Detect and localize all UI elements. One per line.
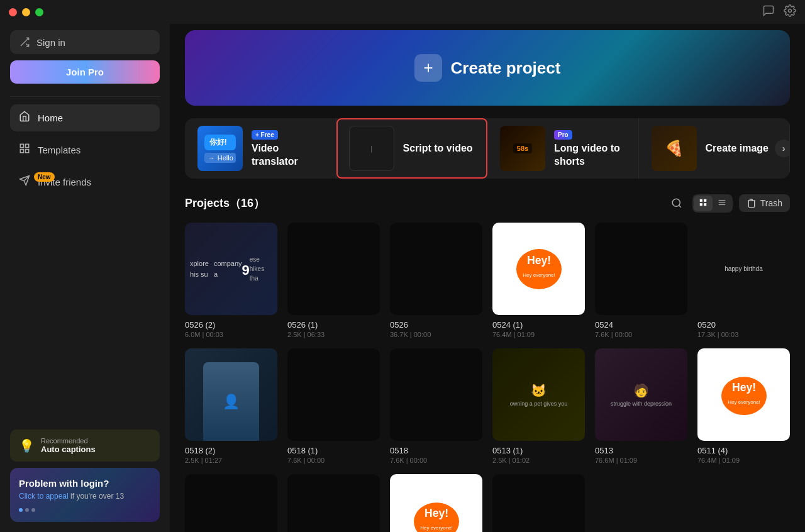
svg-rect-16 [704, 203, 706, 206]
sidebar-item-templates[interactable]: Templates [10, 136, 160, 163]
project-card-0526-2[interactable]: xplore his su company a 9 ese hikes tha … [185, 223, 277, 338]
problem-card[interactable]: Problem with login? Click to appeal if y… [10, 468, 160, 522]
new-badge: New [34, 172, 55, 182]
pro-badge: Pro [554, 130, 572, 140]
settings-icon[interactable] [784, 4, 796, 20]
project-name: 0518 (2) [185, 446, 277, 455]
project-card-r3-1[interactable] [185, 474, 277, 532]
auto-captions-label: Auto captions [41, 445, 96, 454]
video-translator-name: Video translator [252, 142, 323, 169]
project-name: 0513 [595, 446, 687, 455]
svg-rect-13 [699, 199, 702, 201]
project-card-0524-1[interactable]: Hey! Hey everyone! 0524 (1) 76.4M | 01:0… [492, 223, 585, 338]
chat-icon[interactable] [762, 4, 775, 20]
project-meta: 2.5K | 01:27 [185, 457, 277, 464]
bulb-icon: 💡 [19, 438, 35, 453]
svg-text:Hey!: Hey! [526, 254, 550, 267]
video-translator-info: + Free Video translator [252, 128, 323, 169]
sidebar-divider [10, 96, 160, 97]
project-card-0520[interactable]: happy birthda 0520 17.3K | 00:03 [697, 223, 790, 338]
svg-text:Hey everyone!: Hey everyone! [728, 399, 760, 404]
features-row: 你好! → Hello + Free Video translator | Sc… [185, 118, 790, 179]
feature-video-translator[interactable]: 你好! → Hello + Free Video translator [185, 118, 336, 179]
invite-icon [19, 175, 30, 189]
project-meta: 76.4M | 01:09 [492, 331, 585, 338]
long-video-info: Pro Long video to shorts [554, 128, 626, 169]
project-name: 0526 (2) [185, 320, 277, 330]
project-card-0513[interactable]: 🧑 struggle with depression 0513 76.6M | … [595, 348, 687, 464]
sidebar: Sign in Join Pro Home Templates [0, 0, 170, 532]
create-image-name: Create image [706, 142, 777, 155]
minimize-button[interactable] [22, 8, 30, 16]
sign-in-button[interactable]: Sign in [10, 30, 160, 54]
project-card-0518[interactable]: 0518 7.6K | 00:00 [390, 348, 482, 464]
project-name: 0518 (1) [287, 446, 380, 455]
sidebar-item-home[interactable]: Home [10, 104, 160, 131]
projects-grid: xplore his su company a 9 ese hikes tha … [185, 223, 790, 532]
project-meta: 17.3K | 00:03 [697, 331, 790, 338]
create-project-banner[interactable]: Create project [185, 30, 790, 106]
svg-point-11 [672, 199, 680, 206]
project-name: 0511 (4) [697, 446, 790, 455]
project-card-r3-2[interactable] [287, 474, 380, 532]
home-label: Home [38, 113, 63, 123]
close-button[interactable] [9, 8, 17, 16]
project-card-r3-hey[interactable]: Hey! Hey everyone! [390, 474, 482, 532]
sign-in-label: Sign in [36, 37, 65, 48]
trash-button[interactable]: Trash [739, 194, 790, 212]
home-icon [19, 111, 30, 125]
sidebar-item-invite[interactable]: Invite friends New [10, 169, 160, 196]
long-video-name: Long video to shorts [554, 142, 626, 169]
project-meta: 76.4M | 01:09 [697, 457, 790, 464]
project-name: 0513 (1) [492, 446, 585, 455]
project-card-0524[interactable]: 0524 7.6K | 00:00 [595, 223, 687, 338]
feature-script-to-video[interactable]: | Script to video [336, 118, 488, 179]
project-meta: 7.6K | 00:00 [287, 457, 380, 464]
search-button[interactable] [667, 194, 686, 213]
maximize-button[interactable] [35, 8, 43, 16]
project-card-r3-4[interactable] [492, 474, 585, 532]
svg-text:Hey!: Hey! [424, 506, 448, 519]
svg-text:Hey everyone!: Hey everyone! [523, 272, 555, 278]
project-card-0513-1[interactable]: 🐱 owning a pet gives you 0513 (1) 2.5K |… [492, 348, 585, 464]
video-translator-thumbnail: 你好! → Hello [197, 126, 243, 171]
create-image-info: Create image [706, 142, 777, 155]
feature-create-image[interactable]: 🍕 Create image [639, 118, 791, 179]
titlebar [0, 0, 805, 24]
script-name: Script to video [403, 142, 475, 155]
create-image-thumbnail: 🍕 [652, 126, 697, 171]
project-card-0526[interactable]: 0526 36.7K | 00:00 [390, 223, 482, 338]
recommended-card[interactable]: 💡 Recommended Auto captions [10, 429, 160, 462]
svg-rect-6 [20, 150, 23, 153]
join-pro-button[interactable]: Join Pro [10, 60, 160, 84]
grid-view-button[interactable] [694, 196, 713, 211]
script-info: Script to video [403, 142, 475, 155]
projects-title: Projects（16） [185, 196, 265, 211]
project-meta: 6.0M | 00:03 [185, 331, 277, 338]
create-project-label: Create project [451, 58, 561, 78]
project-card-0526-1[interactable]: 0526 (1) 2.5K | 06:33 [287, 223, 380, 338]
feature-long-video[interactable]: 58s Pro Long video to shorts [487, 118, 639, 179]
project-meta: 2.5K | 06:33 [287, 331, 380, 338]
svg-rect-5 [26, 150, 29, 153]
script-thumbnail: | [349, 126, 394, 171]
trash-label: Trash [760, 198, 782, 208]
project-name: 0518 [390, 446, 482, 455]
list-view-button[interactable] [713, 196, 731, 211]
svg-rect-15 [699, 203, 702, 206]
problem-card-text: Click to appeal if you're over 13 [19, 491, 151, 502]
project-meta: 36.7K | 00:00 [390, 331, 482, 338]
features-next-arrow[interactable]: › [775, 140, 790, 157]
long-video-thumbnail: 58s [500, 126, 545, 171]
appeal-link[interactable]: Click to appeal [19, 492, 69, 501]
project-card-0511-4[interactable]: Hey! Hey everyone! 0511 (4) 76.4M | 01:0… [697, 348, 790, 464]
svg-text:Hey!: Hey! [731, 380, 755, 393]
project-name: 0526 (1) [287, 320, 380, 330]
view-toggle [692, 194, 733, 213]
project-name: 0526 [390, 320, 482, 330]
project-card-0518-1[interactable]: 0518 (1) 7.6K | 00:00 [287, 348, 380, 464]
svg-text:Hey everyone!: Hey everyone! [420, 524, 453, 530]
problem-card-dots [19, 508, 151, 512]
project-card-0518-2[interactable]: 👤 0518 (2) 2.5K | 01:27 [185, 348, 277, 464]
svg-line-12 [679, 205, 680, 207]
